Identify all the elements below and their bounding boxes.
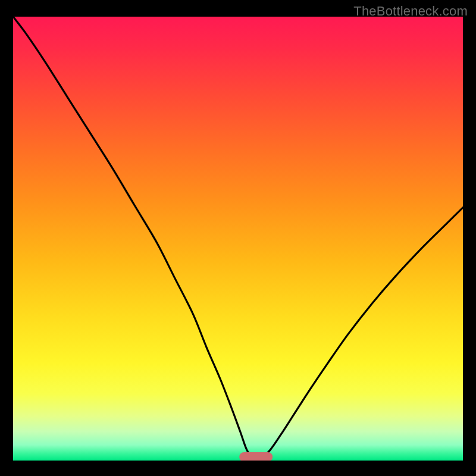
watermark-text: TheBottleneck.com [353,4,468,19]
bottleneck-curve [13,17,463,461]
chart-frame: TheBottleneck.com [0,0,476,476]
plot-area [13,17,463,461]
